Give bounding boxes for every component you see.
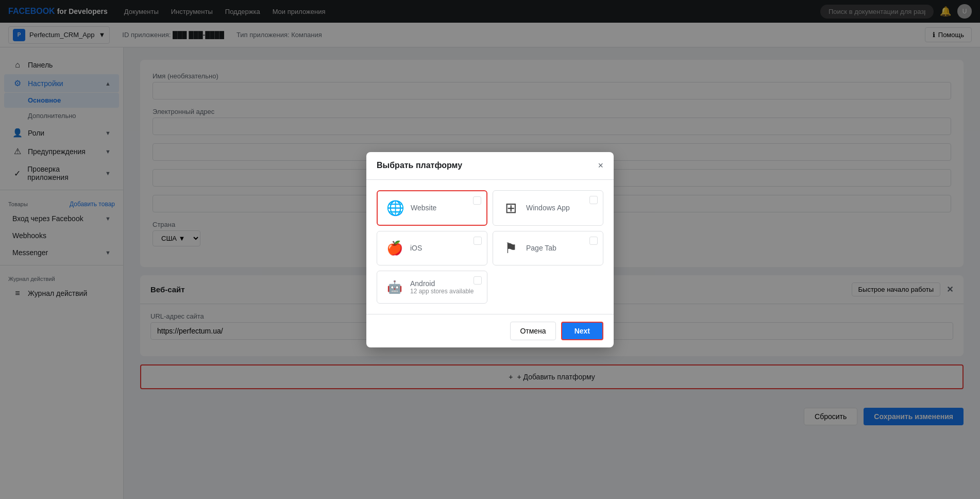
next-button[interactable]: Next — [561, 322, 603, 340]
platform-checkbox-pagetab[interactable] — [589, 237, 598, 245]
platform-name-windows: Windows App — [526, 204, 570, 212]
windows-icon: ⊞ — [501, 199, 520, 217]
platform-checkbox-ios[interactable] — [474, 237, 482, 245]
platform-sub-android: 12 app stores available — [410, 288, 474, 295]
platform-checkbox-android[interactable] — [474, 276, 482, 285]
platform-card-ios[interactable]: 🍎 iOS — [377, 231, 487, 265]
platform-card-windows[interactable]: ⊞ Windows App — [493, 190, 603, 226]
apple-icon: 🍎 — [385, 240, 404, 256]
platform-modal: Выбрать платформу × 🌐 Website ⊞ Windows … — [366, 152, 614, 347]
modal-footer: Отмена Next — [366, 314, 614, 347]
platform-checkbox-windows[interactable] — [589, 196, 598, 204]
platform-info-pagetab: Page Tab — [526, 244, 556, 252]
platform-grid: 🌐 Website ⊞ Windows App 🍎 — [377, 190, 603, 304]
platform-checkbox-website[interactable] — [473, 196, 481, 205]
cancel-button[interactable]: Отмена — [510, 322, 555, 340]
modal-header: Выбрать платформу × — [366, 152, 614, 180]
modal-close-button[interactable]: × — [598, 160, 603, 171]
platform-info-windows: Windows App — [526, 204, 570, 212]
website-icon: 🌐 — [386, 199, 404, 217]
platform-card-pagetab[interactable]: ⚑ Page Tab — [493, 231, 603, 265]
platform-name-android: Android — [410, 279, 474, 288]
platform-card-website[interactable]: 🌐 Website — [377, 190, 487, 226]
modal-overlay[interactable]: Выбрать платформу × 🌐 Website ⊞ Windows … — [0, 0, 980, 499]
platform-info-website: Website — [411, 204, 436, 212]
platform-card-android[interactable]: 🤖 Android 12 app stores available — [377, 271, 487, 304]
android-icon: 🤖 — [385, 280, 404, 294]
platform-name-pagetab: Page Tab — [526, 244, 556, 252]
platform-name-ios: iOS — [410, 244, 422, 252]
platform-info-ios: iOS — [410, 244, 422, 252]
platform-name-website: Website — [411, 204, 436, 212]
flag-icon: ⚑ — [501, 240, 520, 257]
platform-info-android: Android 12 app stores available — [410, 279, 474, 295]
modal-title: Выбрать платформу — [377, 161, 462, 170]
modal-body: 🌐 Website ⊞ Windows App 🍎 — [366, 180, 614, 314]
